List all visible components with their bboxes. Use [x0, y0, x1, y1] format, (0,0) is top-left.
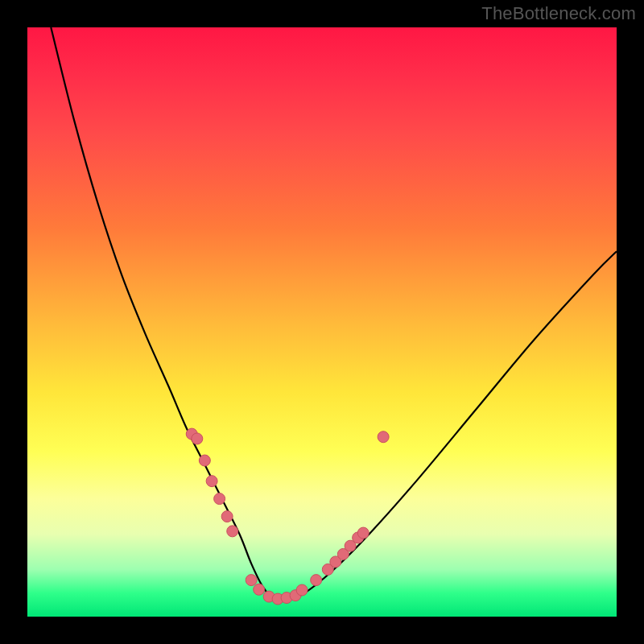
marker-dot	[378, 431, 389, 443]
marker-dot	[227, 526, 238, 537]
marker-dots-group	[186, 428, 389, 605]
marker-dot	[221, 511, 233, 522]
marker-dot	[192, 433, 203, 444]
plot-area	[27, 27, 617, 617]
marker-dot	[296, 584, 308, 596]
marker-dot	[214, 493, 225, 505]
chart-frame: TheBottleneck.com	[0, 0, 644, 644]
bottleneck-curve	[51, 27, 617, 600]
curve-svg	[27, 27, 617, 617]
marker-dot	[206, 476, 217, 487]
marker-dot	[254, 584, 265, 595]
marker-dot	[311, 575, 322, 586]
marker-dot	[357, 527, 369, 539]
marker-dot	[199, 455, 210, 466]
watermark-text: TheBottleneck.com	[481, 3, 636, 24]
marker-dot	[246, 575, 257, 586]
